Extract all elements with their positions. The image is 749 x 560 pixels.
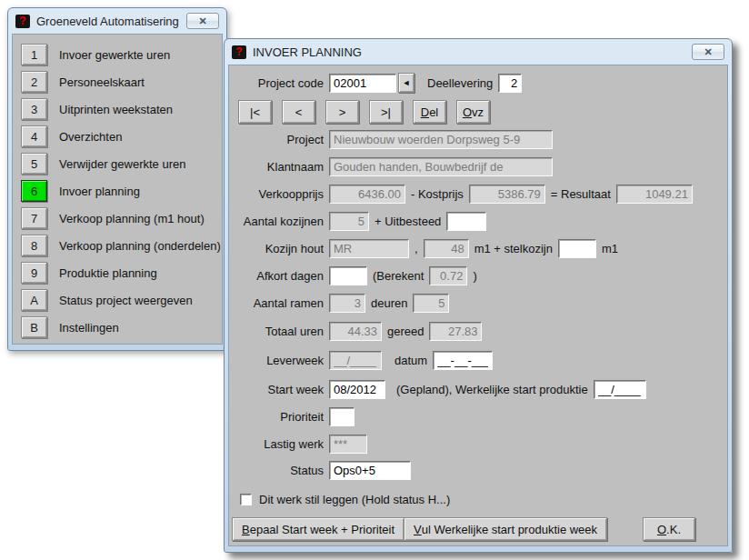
werkelijke-start-input[interactable] xyxy=(594,380,646,399)
menu-item-label: Invoer gewerkte uren xyxy=(59,48,170,62)
menu-key-button-9[interactable]: 9 xyxy=(21,262,47,284)
close-paren-label: ) xyxy=(473,269,476,283)
menu-item-1: 1 Invoer gewerkte uren xyxy=(13,41,222,68)
gepland-label: (Gepland), Werkelijke start produktie xyxy=(396,383,588,396)
project-code-row: Project code ◄ Deellevering xyxy=(229,73,727,93)
project-label: Project xyxy=(229,133,324,146)
afkort-dagen-row: Afkort dagen (Berekent ) xyxy=(229,265,727,285)
resultaat-label: = Resultaat xyxy=(551,187,611,201)
uitbesteed-label: + Uitbesteed xyxy=(374,215,441,228)
left-arrow-icon: ◄ xyxy=(403,78,411,87)
dialog-body: Project code ◄ Deellevering |< < > >| De… xyxy=(228,65,728,546)
aantal-kozijnen-label: Aantal kozijnen xyxy=(229,215,324,228)
deuren-label: deuren xyxy=(371,296,407,310)
berekent-label: (Berekent xyxy=(373,269,424,283)
menu-item-a: A Status project weergeven xyxy=(13,286,222,314)
menu-item-7: 7 Verkoop planning (m1 hout) xyxy=(13,205,222,232)
prijs-row: Verkoopprijs - Kostprijs = Resultaat xyxy=(229,184,727,204)
project-code-prev-button[interactable]: ◄ xyxy=(398,73,414,93)
menu-key-button-7[interactable]: 7 xyxy=(21,207,47,229)
close-icon: ✕ xyxy=(198,16,206,26)
menu-item-6-active: 6 Invoer planning xyxy=(13,177,222,205)
lastig-werk-row: Lastig werk xyxy=(229,434,727,454)
first-record-button[interactable]: |< xyxy=(238,100,272,124)
footer-buttons-row: Bepaal Start week + Prioriteit Vul Werke… xyxy=(229,517,727,541)
menu-key-button-b[interactable]: B xyxy=(21,316,47,338)
menu-item-label: Status project weergeven xyxy=(59,294,193,307)
menu-item-label: Verkoop planning (m1 hout) xyxy=(59,212,205,225)
menu-key-button-1[interactable]: 1 xyxy=(21,44,47,65)
menu-key-button-3[interactable]: 3 xyxy=(21,98,47,120)
prioriteit-label: Prioriteit xyxy=(229,410,324,424)
leverweek-input xyxy=(329,351,382,370)
ok-button[interactable]: O.K. xyxy=(643,517,695,541)
menu-item-b: B Instellingen xyxy=(13,314,222,341)
dialog-title: INVOER PLANNING xyxy=(253,45,692,59)
afkort-dagen-input[interactable] xyxy=(329,266,367,285)
aantal-ramen-input xyxy=(329,294,365,313)
datum-label: datum xyxy=(394,354,427,367)
deellevering-label: Deellevering xyxy=(427,76,493,90)
status-input[interactable] xyxy=(329,461,411,480)
project-row: Project xyxy=(229,129,727,149)
menu-window-close-button[interactable]: ✕ xyxy=(186,13,219,29)
leverweek-row: Leverweek datum xyxy=(229,350,727,370)
uitbesteed-input[interactable] xyxy=(446,212,486,231)
menu-key-button-8[interactable]: 8 xyxy=(21,235,47,256)
desktop: ? Groeneveld Automatisering ✕ 1 Invoer g… xyxy=(0,0,749,560)
kozijnen-row: Aantal kozijnen + Uitbesteed xyxy=(229,211,727,231)
datum-input[interactable] xyxy=(433,351,493,370)
menu-item-label: Verkoop planning (onderdelen) xyxy=(59,239,221,253)
project-code-input[interactable] xyxy=(329,74,396,93)
uren-row: Totaal uren gereed xyxy=(229,321,727,341)
menu-key-button-5[interactable]: 5 xyxy=(21,153,47,175)
m1-label: m1 xyxy=(602,242,618,255)
hold-checkbox[interactable] xyxy=(240,494,252,505)
stelkozijn-input[interactable] xyxy=(558,239,596,258)
prioriteit-input[interactable] xyxy=(329,407,355,426)
menu-window-title: Groeneveld Automatisering xyxy=(36,15,186,28)
klantnaam-input xyxy=(329,157,553,176)
help-question-icon: ? xyxy=(232,45,246,59)
kostprijs-input xyxy=(469,185,545,204)
menu-item-label: Personeelskaart xyxy=(59,75,145,89)
project-input xyxy=(329,130,553,149)
menu-window-titlebar[interactable]: ? Groeneveld Automatisering ✕ xyxy=(8,8,226,34)
invoer-planning-dialog: ? INVOER PLANNING ✕ Project code ◄ Deell… xyxy=(224,38,733,553)
help-question-icon: ? xyxy=(15,15,30,28)
verkoopprijs-label: Verkoopprijs xyxy=(229,187,324,201)
prev-record-button[interactable]: < xyxy=(282,100,315,124)
kozijn-hout-m1-input xyxy=(424,239,469,258)
deellevering-input[interactable] xyxy=(498,74,522,93)
last-record-button[interactable]: >| xyxy=(369,100,403,124)
menu-item-5: 5 Verwijder gewerkte uren xyxy=(13,150,222,177)
resultaat-input xyxy=(616,185,693,204)
kostprijs-label: - Kostprijs xyxy=(411,187,464,201)
vul-werkelijke-start-button[interactable]: Vul Werkelijke start produktie week xyxy=(404,517,607,541)
dialog-close-button[interactable]: ✕ xyxy=(692,44,724,60)
menu-item-label: Invoer planning xyxy=(59,185,140,198)
menu-item-label: Uitprinten weekstaten xyxy=(59,103,173,116)
overview-button[interactable]: Ovz xyxy=(456,100,490,124)
menu-key-button-2[interactable]: 2 xyxy=(21,71,47,93)
prioriteit-row: Prioriteit xyxy=(229,406,727,426)
status-label: Status xyxy=(229,464,324,477)
delete-button[interactable]: Del xyxy=(413,100,446,124)
aantal-ramen-label: Aantal ramen xyxy=(229,296,324,310)
bepaal-start-week-button[interactable]: Bepaal Start week + Prioriteit xyxy=(232,517,404,541)
menu-item-4: 4 Overzichten xyxy=(13,123,222,150)
menu-window: ? Groeneveld Automatisering ✕ 1 Invoer g… xyxy=(7,7,227,351)
start-week-input[interactable] xyxy=(329,380,385,399)
menu-list: 1 Invoer gewerkte uren 2 Personeelskaart… xyxy=(12,34,223,345)
menu-key-button-6[interactable]: 6 xyxy=(21,180,47,202)
kozijn-hout-row: Kozijn hout , m1 + stelkozijn m1 xyxy=(229,238,727,258)
dialog-titlebar[interactable]: ? INVOER PLANNING ✕ xyxy=(225,39,732,65)
menu-key-button-a[interactable]: A xyxy=(21,289,47,311)
menu-key-button-4[interactable]: 4 xyxy=(21,125,47,147)
hold-checkbox-label: Dit werk stil leggen (Hold status H...) xyxy=(259,493,450,506)
aantal-kozijnen-input xyxy=(329,212,369,231)
menu-item-9: 9 Produktie planning xyxy=(13,259,222,286)
klantnaam-label: Klantnaam xyxy=(229,160,324,174)
next-record-button[interactable]: > xyxy=(325,100,359,124)
menu-item-3: 3 Uitprinten weekstaten xyxy=(13,95,222,123)
